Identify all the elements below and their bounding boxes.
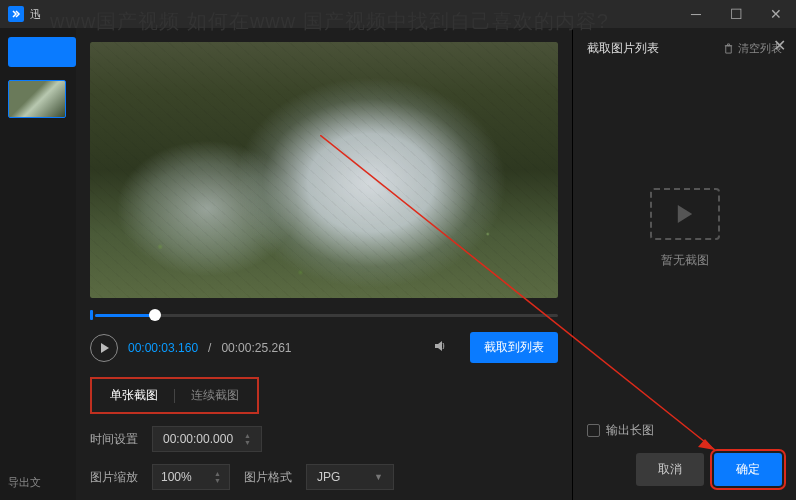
tab-separator: [174, 389, 175, 403]
empty-text: 暂无截图: [661, 252, 709, 269]
video-frame-image: [90, 42, 558, 298]
time-label: 时间设置: [90, 431, 138, 448]
seek-track[interactable]: [95, 314, 558, 317]
seek-thumb[interactable]: [149, 309, 161, 321]
modal-footer-buttons: 取消 确定: [587, 453, 782, 486]
long-image-checkbox[interactable]: [587, 424, 600, 437]
page-overlay-title: www国产视频 如何在www 国产视频中找到自己喜欢的内容?: [50, 8, 746, 35]
modal-close-button[interactable]: ✕: [773, 36, 786, 55]
thumbnail-column: [8, 80, 66, 118]
long-image-option: 输出长图: [587, 422, 782, 439]
zoom-value: 100%: [161, 470, 192, 484]
app-icon: [8, 6, 24, 22]
empty-state: 暂无截图: [587, 35, 782, 422]
time-value: 00:00:00.000: [163, 432, 233, 446]
time-input[interactable]: 00:00:00.000 ▲▼: [152, 426, 262, 452]
current-time: 00:00:03.160: [128, 341, 198, 355]
seek-bar[interactable]: [90, 308, 558, 322]
primary-action-button[interactable]: [8, 37, 76, 67]
playback-controls: 00:00:03.160/00:00:25.261 截取到列表: [90, 332, 558, 363]
video-preview[interactable]: [90, 42, 558, 298]
play-button[interactable]: [90, 334, 118, 362]
video-thumbnail[interactable]: [8, 80, 66, 118]
export-label: 导出文: [8, 475, 41, 490]
seek-start-marker: [90, 310, 93, 320]
confirm-button[interactable]: 确定: [714, 453, 782, 486]
format-select[interactable]: JPG ▼: [306, 464, 394, 490]
capture-mode-tabs: 单张截图 连续截图: [90, 377, 259, 414]
time-stepper[interactable]: ▲▼: [244, 433, 251, 446]
tab-single-capture[interactable]: 单张截图: [98, 383, 170, 408]
volume-icon[interactable]: [432, 338, 448, 358]
tab-continuous-capture[interactable]: 连续截图: [179, 383, 251, 408]
chevron-down-icon: ▼: [374, 472, 383, 482]
screenshot-modal: 00:00:03.160/00:00:25.261 截取到列表 单张截图 连续截…: [76, 28, 796, 500]
time-setting-row: 时间设置 00:00:00.000 ▲▼: [90, 426, 558, 452]
zoom-input[interactable]: 100% ▲▼: [152, 464, 230, 490]
long-image-label: 输出长图: [606, 422, 654, 439]
format-label: 图片格式: [244, 469, 292, 486]
modal-left-pane: 00:00:03.160/00:00:25.261 截取到列表 单张截图 连续截…: [76, 28, 572, 500]
image-setting-row: 图片缩放 100% ▲▼ 图片格式 JPG ▼: [90, 464, 558, 490]
total-time: 00:00:25.261: [221, 341, 291, 355]
app-title: 迅: [30, 7, 41, 22]
modal-right-pane: ✕ 截取图片列表 清空列表 暂无截图 输出长图 取消 确定: [572, 28, 796, 500]
empty-placeholder-icon: [650, 188, 720, 240]
window-close-button[interactable]: ✕: [756, 0, 796, 28]
cancel-button[interactable]: 取消: [636, 453, 704, 486]
seek-progress: [95, 314, 155, 317]
format-value: JPG: [317, 470, 340, 484]
zoom-label: 图片缩放: [90, 469, 138, 486]
capture-to-list-button[interactable]: 截取到列表: [470, 332, 558, 363]
time-separator: /: [208, 341, 211, 355]
zoom-stepper[interactable]: ▲▼: [214, 471, 221, 484]
